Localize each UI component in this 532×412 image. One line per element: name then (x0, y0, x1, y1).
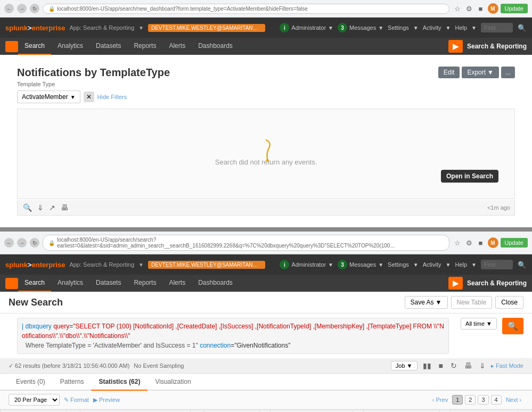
bookmark-icon[interactable]: ☆ (453, 4, 462, 13)
app-name-1[interactable]: App: Search & Reporting (69, 24, 134, 31)
preview-button[interactable]: ▶ Preview (93, 397, 120, 403)
forward-button-2[interactable]: → (17, 238, 27, 248)
settings-icon[interactable]: ⚙ (464, 4, 474, 13)
nav-analytics-1[interactable]: Analytics (51, 38, 89, 55)
nav-reports-2[interactable]: Reports (127, 275, 162, 292)
forward-button[interactable]: → (17, 4, 27, 13)
messages-menu-2[interactable]: Messages (349, 261, 376, 268)
chevron-activity-1[interactable]: ▼ (446, 25, 451, 31)
refresh-button-2[interactable]: ↻ (30, 238, 39, 248)
more-button[interactable]: ... (501, 67, 515, 78)
app-name-2[interactable]: App: Search & Reporting (69, 261, 134, 268)
per-page-select[interactable]: 20 Per Page (9, 394, 60, 406)
job-button[interactable]: Job ▼ (391, 361, 418, 370)
download-icon[interactable]: ⇓ (36, 202, 45, 213)
chevron-help-2[interactable]: ▼ (471, 262, 477, 268)
col-template-type[interactable]: TemplateType ▼ (451, 410, 518, 413)
find-input-1[interactable] (481, 23, 513, 32)
share-icon[interactable]: ↗ (48, 202, 56, 213)
print-icon[interactable]: 🖶 (60, 202, 69, 213)
tab-visualization[interactable]: Visualization (148, 374, 198, 391)
chevron-activity-2[interactable]: ▼ (446, 262, 451, 268)
col-membership-key[interactable]: MembershipKey ▼ (364, 410, 440, 413)
next-page-button[interactable]: Next › (504, 395, 523, 404)
extension-icon-2[interactable]: ■ (476, 238, 486, 248)
activity-menu-2[interactable]: Activity (423, 261, 441, 268)
zoom-icon[interactable]: 🔍 (22, 202, 33, 213)
settings-icon-2[interactable]: ⚙ (464, 238, 474, 248)
back-button-2[interactable]: ← (4, 238, 14, 248)
find-input-2[interactable] (481, 260, 513, 269)
back-button[interactable]: ← (4, 4, 14, 13)
tab-events[interactable]: Events (0) (9, 374, 53, 391)
format-button[interactable]: ✎ Format (64, 397, 89, 403)
nav-dashboards-1[interactable]: Dashboards (192, 38, 239, 55)
export-button[interactable]: Export ▼ (462, 67, 499, 78)
user-badge-2[interactable]: DEVTEST.MIKE.WESTLEY@SAMARITANMINISTRIES… (148, 261, 265, 269)
col-created-date[interactable]: CreatedDate ▼ (80, 410, 191, 413)
print-icon-2[interactable]: 🖶 (462, 360, 474, 371)
admin-menu-1[interactable]: Administrator (291, 24, 326, 31)
settings-menu-1[interactable]: Settings (388, 24, 409, 31)
open-in-search-tooltip[interactable]: Open in Search (441, 170, 498, 183)
search-submit-button[interactable]: 🔍 (502, 318, 523, 334)
nav-search-2[interactable]: Search (18, 275, 51, 292)
col-notification-type[interactable]: NotificationTypeId ▼ (270, 410, 353, 413)
search-bar[interactable]: | dbxquery query="SELECT TOP (100) [Noti… (17, 318, 449, 354)
chevron-admin-1[interactable]: ▼ (328, 25, 333, 31)
chevron-settings-1[interactable]: ▼ (413, 25, 419, 31)
nav-alerts-2[interactable]: Alerts (162, 275, 192, 292)
url-bar-1[interactable]: 🔒 localhost:8000/en-US/app/search/new_da… (43, 4, 449, 14)
chevron-admin-2[interactable]: ▼ (328, 262, 333, 268)
pause-icon[interactable]: ▮▮ (421, 360, 433, 371)
time-range-picker[interactable]: All time ▼ (461, 318, 497, 329)
template-type-select[interactable]: ActivateMember ▼ (17, 90, 80, 103)
extension-icon[interactable]: ■ (476, 4, 486, 13)
activity-menu-1[interactable]: Activity (423, 24, 441, 31)
chevron-app-1[interactable]: ▼ (138, 25, 144, 31)
page-3-button[interactable]: 3 (478, 395, 488, 405)
chevron-settings-2[interactable]: ▼ (413, 262, 419, 268)
settings-menu-2[interactable]: Settings (388, 261, 409, 268)
nav-datasets-2[interactable]: Datasets (89, 275, 127, 292)
url-bar-2[interactable]: 🔒 localhost:8000/en-US/app/search/search… (43, 235, 449, 251)
chevron-messages-2[interactable]: ▼ (378, 262, 383, 268)
admin-menu-2[interactable]: Administrator (291, 261, 326, 268)
export-icon[interactable]: ⇓ (477, 360, 488, 371)
save-as-button[interactable]: Save As ▼ (405, 296, 448, 309)
splunk-home-btn-1[interactable]: ▶ (5, 41, 18, 52)
splunk-home-btn-2[interactable]: ▶ (5, 278, 18, 289)
chevron-messages-1[interactable]: ▼ (378, 25, 383, 31)
fast-mode[interactable]: ▸ Fast Mode (491, 362, 523, 369)
chevron-help-1[interactable]: ▼ (471, 25, 477, 31)
nav-alerts-1[interactable]: Alerts (162, 38, 192, 55)
bookmark-icon-2[interactable]: ☆ (453, 238, 462, 248)
update-button-1[interactable]: Update (501, 4, 528, 13)
update-button-2[interactable]: Update (501, 238, 528, 248)
search-icon-2[interactable]: 🔍 (517, 260, 527, 269)
refresh-button[interactable]: ↻ (30, 4, 39, 13)
close-button[interactable]: Close (495, 296, 523, 309)
tab-statistics[interactable]: Statistics (62) (91, 374, 148, 391)
new-table-button[interactable]: New Table (451, 296, 493, 309)
chevron-app-2[interactable]: ▼ (138, 262, 144, 268)
nav-dashboards-2[interactable]: Dashboards (192, 275, 239, 292)
search-icon-1[interactable]: 🔍 (517, 23, 527, 32)
page-1-button[interactable]: 1 (452, 395, 463, 405)
nav-datasets-1[interactable]: Datasets (89, 38, 127, 55)
nav-search-1[interactable]: Search (18, 38, 51, 55)
nav-analytics-2[interactable]: Analytics (51, 275, 89, 292)
messages-menu-1[interactable]: Messages (349, 24, 376, 31)
help-menu-1[interactable]: Help (455, 24, 467, 31)
col-notification-id[interactable]: NotificationId ▼ (1, 410, 67, 413)
prev-page-button[interactable]: ‹ Prev (430, 395, 450, 404)
user-badge-1[interactable]: DEVTEST.MIKE.WESTLEY@SAMARITANMINISTRIES… (148, 24, 265, 32)
page-4-button[interactable]: 4 (491, 395, 502, 405)
tab-patterns[interactable]: Patterns (53, 374, 92, 391)
edit-button[interactable]: Edit (438, 67, 460, 78)
refresh-icon[interactable]: ↻ (448, 360, 459, 371)
nav-reports-1[interactable]: Reports (127, 38, 162, 55)
col-is-success[interactable]: IsSuccess ▼ (204, 410, 260, 413)
help-menu-2[interactable]: Help (455, 261, 467, 268)
page-2-button[interactable]: 2 (465, 395, 476, 405)
